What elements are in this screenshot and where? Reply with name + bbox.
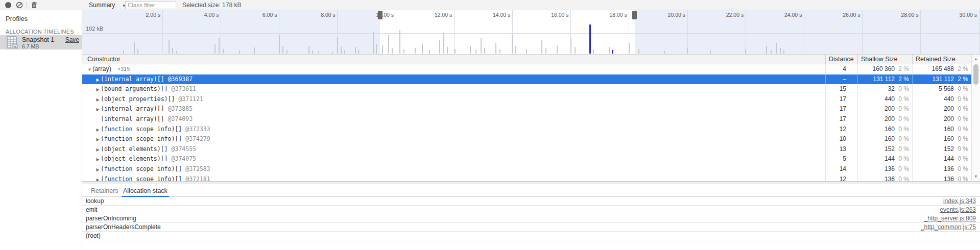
source-link[interactable]: events.js:263 [940,206,976,214]
source-link[interactable]: _http_common.js:75 [921,223,976,231]
scroll-up-icon[interactable]: ▲ [972,56,980,63]
distance-cell: 4 [825,64,857,74]
source-link[interactable]: _http_server.js:809 [924,214,976,222]
column-header-distance[interactable]: Distance [825,55,857,64]
constructor-cell: ▶(object elements)[]@374075 [82,154,825,164]
constructor-row[interactable]: ▶(function scope info)[]@374279101600 %1… [82,134,980,144]
stack-frame-row: (root) [82,232,980,240]
timeline-overview[interactable]: 2.00 s4.00 s6.00 s8.00 s10.00 s12.00 s14… [82,10,980,55]
timeline-tick-label: 14.00 s [479,12,510,18]
constructor-row[interactable]: ▶(function scope info)[]@372583141360 %1… [82,164,980,174]
constructor-row[interactable]: ▶(internal array)[]@374093172000 %2000 % [82,114,980,124]
size-percent: 0 % [954,114,971,124]
size-percent: 0 % [895,114,912,124]
timeline-gridline [162,10,163,54]
column-header-shallow-size[interactable]: Shallow Size [857,55,912,64]
allocation-bar [429,50,430,54]
allocation-bar [422,44,423,54]
size-percent: 0 % [895,84,912,94]
size-value: 160 [944,124,954,135]
constructor-row[interactable]: ▶(internal array)[]@369387–131 1122 %131… [82,74,980,85]
allocation-bar [172,48,173,54]
constructor-name: (object elements)[] [101,145,168,153]
constructor-row[interactable]: ▶(object elements)[]@374555131520 %1520 … [82,144,980,155]
delete-button[interactable] [31,2,38,9]
constructor-row[interactable]: ▶(object properties)[]@371121174400 %440… [82,94,980,105]
retained-size-cell: 1360 % [912,174,971,181]
column-header-retained-size[interactable]: Retained Size [912,55,971,64]
perspective-select[interactable]: Summary ▼ [89,2,126,9]
allocation-bar [495,43,496,54]
constructor-row[interactable]: ▶(bound arguments)[]@37361115320 %5 5680… [82,84,980,94]
timeline-gridline [221,10,221,54]
allocation-bar [358,50,359,54]
size-percent: 0 % [895,164,912,174]
timeline-gridline [804,10,804,54]
size-value: 131 112 [873,74,895,85]
constructor-row[interactable]: ▶(internal array)[]@373885172000 %2000 % [82,104,980,114]
size-value: 165 488 [932,64,954,74]
expand-arrow-icon[interactable]: ▶ [95,105,101,114]
toolbar: Summary ▼ Selected size: 178 kB [0,0,980,10]
expanded-arrow-icon[interactable]: ▼ [87,65,92,74]
tab-allocation-stack[interactable]: Allocation stack [122,186,169,196]
allocation-bar [355,47,356,54]
column-header-constructor[interactable]: Constructor [82,55,825,64]
shallow-size-cell: 1360 % [857,164,912,174]
timeline-tick-label: 16.00 s [537,12,569,18]
tab-retainers[interactable]: Retainers [89,186,120,196]
expand-arrow-icon[interactable]: ▶ [95,175,101,181]
constructor-cell: ▶(function scope info)[]@372181 [82,174,825,181]
shallow-size-cell: 2000 % [857,104,912,114]
object-id: @374075 [172,155,196,162]
retained-size-cell: 2000 % [912,114,971,124]
expand-arrow-icon[interactable]: ▶ [95,135,101,144]
save-link[interactable]: Save [65,36,79,43]
allocation-bar [687,48,688,54]
allocation-bar [403,49,404,54]
object-id: @371121 [178,95,203,103]
object-id: @372583 [185,165,210,172]
svg-text:%: % [13,45,17,49]
class-filter-input[interactable] [125,1,176,9]
size-value: 136 [885,174,895,181]
allocation-bar-selected [589,24,591,54]
constructor-row[interactable]: ▶(function scope info)[]@372333121600 %1… [82,124,980,135]
source-link[interactable]: index.js:343 [943,197,976,205]
expand-arrow-icon[interactable]: ▶ [95,125,101,135]
retained-size-cell: 165 4882 % [912,64,971,74]
distance-cell: 12 [825,174,857,181]
expand-arrow-icon[interactable]: ▶ [95,155,101,164]
constructor-row[interactable]: ▶(function scope info)[]@372181121360 %1… [82,174,980,181]
retained-size-cell: 1520 % [912,144,971,155]
retained-size-cell: 1440 % [912,154,971,164]
allocation-bar [557,45,558,54]
expand-arrow-icon[interactable]: ▶ [95,95,101,105]
selection-handle-right[interactable] [632,11,637,19]
scrollbar-thumb[interactable] [973,64,978,85]
allocation-bar [279,35,280,54]
sidebar-item-snapshot[interactable]: % Snapshot 1 6.7 MB Save [0,35,82,49]
expand-arrow-icon[interactable]: ▶ [95,75,101,85]
expand-arrow-icon[interactable]: ▶ [95,85,101,94]
selection-handle-left[interactable] [378,11,383,19]
expand-arrow-icon[interactable]: ▶ [95,165,101,174]
scroll-down-icon[interactable]: ▼ [972,173,980,180]
snapshot-title: Snapshot 1 [22,36,54,43]
allocation-bar [771,50,772,54]
expand-arrow-icon[interactable]: ▶ [95,145,101,155]
retained-size-cell: 1360 % [912,164,971,174]
object-id: @374555 [172,145,196,153]
constructor-row[interactable]: ▶(object elements)[]@37407551440 %1440 % [82,154,980,164]
allocation-bar [766,46,767,54]
constructor-row[interactable]: ▼(array)×3154160 3602 %165 4882 % [82,64,980,74]
retained-size-cell: 4400 % [912,94,971,105]
object-id: @374093 [168,115,193,122]
shallow-size-cell: 160 3602 % [857,64,912,74]
clear-button[interactable] [16,2,23,9]
perspective-select-label: Summary [89,2,115,9]
distance-cell: 17 [825,104,857,114]
object-id: @372333 [185,126,210,133]
timeline-tick-label: 6.00 s [246,12,277,18]
record-button[interactable] [5,2,12,9]
